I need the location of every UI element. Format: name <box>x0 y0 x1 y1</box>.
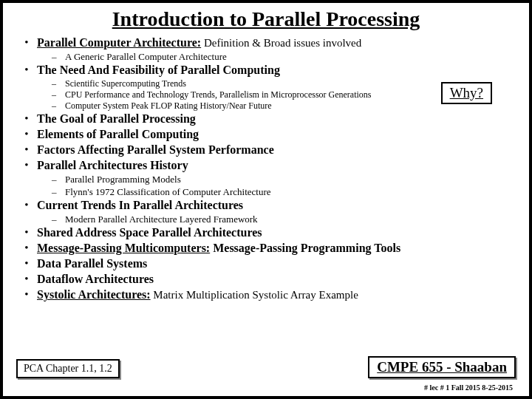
bullet-marker: • <box>16 158 37 173</box>
sub-bullet-text: Scientific Supercomputing Trends <box>65 78 186 89</box>
sub-bullet-text: Flynn's 1972 Classification of Computer … <box>65 186 271 198</box>
bullet-text: The Need And Feasibility of Parallel Com… <box>37 63 516 78</box>
bullet-text: The Goal of Parallel Processing <box>37 112 516 126</box>
bullet-marker: • <box>16 35 37 50</box>
content-list: •Parallel Computer Architecture: Definit… <box>16 35 516 302</box>
dash-marker: – <box>52 214 65 225</box>
dash-marker: – <box>52 51 65 63</box>
chapter-ref-box: PCA Chapter 1.1, 1.2 <box>16 359 120 378</box>
bullet-text: Systolic Architectures: Matrix Multiplic… <box>37 287 516 302</box>
bullet-level-1: •Shared Address Space Parallel Architect… <box>16 225 516 240</box>
sub-bullet-text: Parallel Programming Models <box>65 174 181 185</box>
bullet-level-2: –A Generic Parallel Computer Architectur… <box>52 51 516 63</box>
bullet-level-1: •The Need And Feasibility of Parallel Co… <box>16 63 516 78</box>
slide: Introduction to Parallel Processing •Par… <box>0 0 532 399</box>
bullet-text: Factors Affecting Parallel System Perfor… <box>37 143 516 157</box>
bullet-marker: • <box>16 198 37 213</box>
bullet-level-1: •Data Parallel Systems <box>16 256 516 271</box>
bullet-marker: • <box>16 112 37 126</box>
bullet-text: Dataflow Architectures <box>37 272 516 287</box>
slide-title: Introduction to Parallel Processing <box>16 7 516 31</box>
bullet-text: Elements of Parallel Computing <box>37 127 516 142</box>
bullet-marker: • <box>16 256 37 271</box>
bullet-text: Message-Passing Multicomputers: Message-… <box>37 241 516 256</box>
sub-bullet-text: A Generic Parallel Computer Architecture <box>65 51 227 63</box>
bullet-level-1: •Elements of Parallel Computing <box>16 127 516 142</box>
bullet-level-1: •The Goal of Parallel Processing <box>16 112 516 126</box>
sub-bullet-text: Computer System Peak FLOP Rating History… <box>65 100 272 112</box>
bullet-text: Parallel Computer Architecture: Definiti… <box>37 35 516 50</box>
lecture-meta: # lec # 1 Fall 2015 8-25-2015 <box>424 383 513 392</box>
dash-marker: – <box>52 100 65 112</box>
bullet-marker: • <box>16 272 37 287</box>
footer: PCA Chapter 1.1, 1.2 CMPE 655 - Shaaban <box>16 356 516 378</box>
bullet-level-1: •Parallel Architectures History <box>16 158 516 173</box>
bullet-marker: • <box>16 143 37 157</box>
course-box: CMPE 655 - Shaaban <box>368 356 516 378</box>
bullet-level-1: •Systolic Architectures: Matrix Multipli… <box>16 287 516 302</box>
dash-marker: – <box>52 78 65 89</box>
bullet-text: Shared Address Space Parallel Architectu… <box>37 225 516 240</box>
bullet-level-1: •Factors Affecting Parallel System Perfo… <box>16 143 516 157</box>
bullet-level-2: –Flynn's 1972 Classification of Computer… <box>52 186 516 198</box>
bullet-text: Current Trends In Parallel Architectures <box>37 198 516 213</box>
dash-marker: – <box>52 89 65 100</box>
dash-marker: – <box>52 186 65 198</box>
bullet-level-1: •Dataflow Architectures <box>16 272 516 287</box>
bullet-text: Parallel Architectures History <box>37 158 516 173</box>
bullet-marker: • <box>16 63 37 78</box>
dash-marker: – <box>52 174 65 185</box>
sub-bullet-text: Modern Parallel Architecture Layered Fra… <box>65 214 258 225</box>
bullet-level-1: •Current Trends In Parallel Architecture… <box>16 198 516 213</box>
bullet-level-2: –Modern Parallel Architecture Layered Fr… <box>52 214 516 225</box>
why-callout: Why? <box>441 82 492 104</box>
bullet-marker: • <box>16 127 37 142</box>
bullet-level-1: •Parallel Computer Architecture: Definit… <box>16 35 516 50</box>
bullet-marker: • <box>16 241 37 256</box>
bullet-text: Data Parallel Systems <box>37 256 516 271</box>
bullet-level-1: •Message-Passing Multicomputers: Message… <box>16 241 516 256</box>
bullet-level-2: –Parallel Programming Models <box>52 174 516 185</box>
bullet-marker: • <box>16 225 37 240</box>
sub-bullet-text: CPU Performance and Technology Trends, P… <box>65 89 372 100</box>
bullet-marker: • <box>16 287 37 302</box>
